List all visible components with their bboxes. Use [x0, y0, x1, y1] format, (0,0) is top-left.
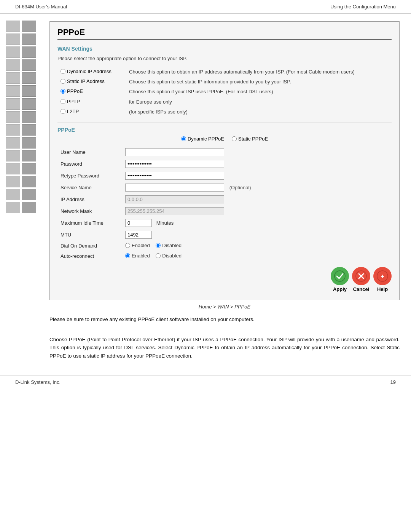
pppoe-radio[interactable]: [61, 89, 65, 94]
auto-enabled-radio[interactable]: [125, 253, 130, 258]
apply-btn-container: Apply: [331, 267, 349, 292]
button-row: Apply Cancel: [57, 267, 392, 292]
auto-enabled-label: Enabled: [132, 253, 150, 259]
help-btn-container: + Help: [373, 267, 392, 292]
wan-options-table: Dynamic IP Address Choose this option to…: [57, 67, 392, 117]
pppoe-option[interactable]: PPPoE: [61, 88, 83, 94]
help-button[interactable]: +: [373, 267, 392, 285]
page-header: DI-634M User's Manual Using the Configur…: [0, 0, 411, 14]
option-pppoe: PPPoE Choose this option if your ISP use…: [57, 87, 392, 97]
cancel-button[interactable]: [352, 267, 370, 285]
sidebar-block: [6, 21, 20, 32]
panel-title: PPPoE: [57, 27, 392, 40]
optional-label: (Optional): [229, 185, 251, 190]
retype-password-input[interactable]: [125, 172, 224, 180]
svg-text:+: +: [381, 273, 384, 280]
static-pppoe-radio[interactable]: [232, 136, 237, 141]
description-2: Choose PPPoE (Point to Point Protocol ov…: [49, 335, 400, 360]
l2tp-desc: (for specific ISPs use only): [126, 107, 392, 117]
intro-text: Please select the appropriate option to …: [57, 56, 392, 61]
sidebar-block: [6, 202, 20, 213]
l2tp-option[interactable]: L2TP: [61, 109, 79, 114]
sidebar-block: [6, 98, 20, 110]
pppoe-label: PPPoE: [67, 88, 83, 94]
dial-enabled-label: Enabled: [132, 243, 150, 248]
sidebar-block: [22, 59, 36, 71]
dynamic-ip-radio[interactable]: [61, 69, 65, 74]
sidebar-block: [6, 111, 20, 123]
pptp-option[interactable]: PPTP: [61, 99, 80, 104]
sidebar-block: [22, 85, 36, 97]
pppoe-section-label: PPPoE: [57, 127, 392, 133]
sidebar-block: [22, 21, 36, 32]
auto-disabled-radio[interactable]: [156, 253, 161, 258]
static-ip-option[interactable]: Static IP Address: [61, 78, 105, 84]
static-ip-radio[interactable]: [61, 79, 65, 84]
mtu-input[interactable]: [125, 231, 152, 239]
option-dynamic-ip: Dynamic IP Address Choose this option to…: [57, 67, 392, 77]
footer-right: 19: [390, 379, 396, 385]
dial-disabled-option[interactable]: Disabled: [156, 243, 182, 248]
l2tp-radio[interactable]: [61, 109, 65, 114]
max-idle-time-label: Maximum Idle Time: [57, 217, 122, 229]
mtu-row: MTU: [57, 229, 392, 241]
help-label: Help: [377, 286, 388, 292]
dynamic-pppoe-radio[interactable]: [181, 136, 186, 141]
max-idle-time-input[interactable]: [125, 219, 152, 227]
auto-enabled-option[interactable]: Enabled: [125, 253, 150, 259]
dial-disabled-label: Disabled: [162, 243, 182, 248]
l2tp-label: L2TP: [67, 109, 79, 114]
service-name-label: Service Name: [57, 182, 122, 193]
sidebar-block: [6, 85, 20, 97]
max-idle-time-row: Maximum Idle Time Minutes: [57, 217, 392, 229]
cancel-btn-container: Cancel: [352, 267, 370, 292]
dynamic-ip-option[interactable]: Dynamic IP Address: [61, 69, 112, 74]
content-area: PPPoE WAN Settings Please select the app…: [46, 18, 411, 364]
sidebar-block: [22, 163, 36, 174]
dial-enabled-option[interactable]: Enabled: [125, 243, 150, 248]
apply-button[interactable]: [331, 267, 349, 285]
sidebar-block: [6, 46, 20, 58]
auto-reconnect-row: Auto-reconnect Enabled Disabled: [57, 251, 392, 261]
username-row: User Name: [57, 146, 392, 158]
static-pppoe-option[interactable]: Static PPPoE: [232, 136, 268, 142]
service-name-input[interactable]: [125, 184, 224, 192]
wan-settings-label: WAN Settings: [57, 46, 392, 52]
sidebar-block: [6, 176, 20, 187]
description-1: Please be sure to remove any existing PP…: [49, 315, 400, 324]
settings-panel: PPPoE WAN Settings Please select the app…: [49, 21, 400, 300]
sidebar-block: [6, 59, 20, 71]
dynamic-pppoe-option[interactable]: Dynamic PPPoE: [181, 136, 224, 142]
mtu-label: MTU: [57, 229, 122, 241]
ip-address-label: IP Address: [57, 193, 122, 205]
dial-enabled-radio[interactable]: [125, 243, 130, 248]
sidebar-block: [6, 150, 20, 161]
sidebar-block: [22, 46, 36, 58]
sidebar-block: [6, 34, 20, 45]
pptp-label: PPTP: [67, 99, 80, 104]
cancel-label: Cancel: [353, 286, 370, 292]
sidebar-block: [22, 111, 36, 123]
pppoe-type-row: Dynamic PPPoE Static PPPoE: [57, 136, 392, 142]
pppoe-desc: Choose this option if your ISP uses PPPo…: [126, 87, 392, 97]
network-mask-input[interactable]: [125, 207, 224, 215]
footer-left: D-Link Systems, Inc.: [15, 379, 61, 385]
dynamic-ip-label: Dynamic IP Address: [67, 69, 112, 74]
help-icon: +: [377, 270, 388, 282]
auto-disabled-option[interactable]: Disabled: [156, 253, 182, 259]
pptp-radio[interactable]: [61, 99, 65, 104]
static-pppoe-label: Static PPPoE: [238, 136, 268, 142]
sidebar-block: [22, 150, 36, 161]
static-ip-desc: Choose this option to set static IP info…: [126, 77, 392, 87]
sidebar-block: [6, 124, 20, 136]
static-ip-label: Static IP Address: [67, 78, 105, 84]
password-label: Password: [57, 158, 122, 170]
sidebar-block: [22, 72, 36, 84]
network-mask-label: Network Mask: [57, 205, 122, 217]
ip-address-input[interactable]: [125, 195, 224, 203]
dial-disabled-radio[interactable]: [156, 243, 161, 248]
sidebar-block: [22, 137, 36, 149]
password-input[interactable]: [125, 160, 224, 168]
username-input[interactable]: [125, 148, 224, 156]
option-l2tp: L2TP (for specific ISPs use only): [57, 107, 392, 117]
